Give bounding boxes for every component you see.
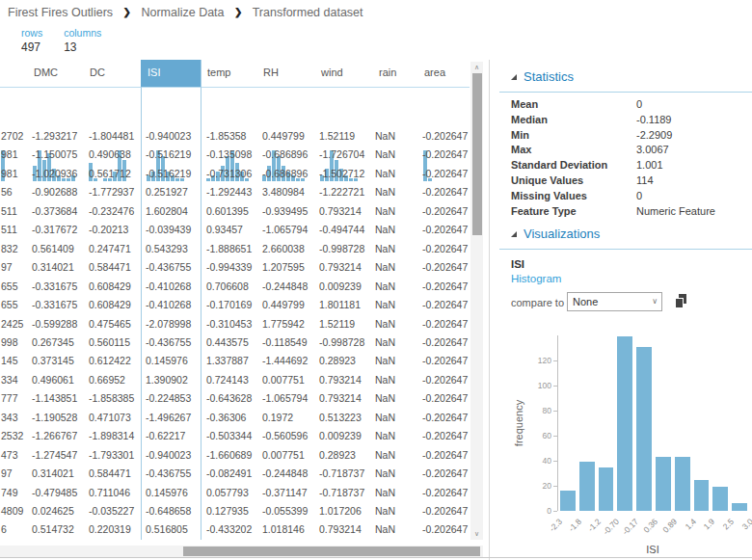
table-cell: NaN <box>375 318 395 330</box>
histogram-bar <box>560 491 576 511</box>
table-cell: NaN <box>375 523 395 535</box>
table-cell: -0.331675 <box>32 280 77 292</box>
statistic-label: Missing Values <box>511 190 587 201</box>
statistics-section-header[interactable]: Statistics <box>511 69 574 84</box>
table-cell: 0.475465 <box>89 318 131 330</box>
column-header-area[interactable]: area <box>417 60 470 87</box>
table-cell: 1.52119 <box>319 318 355 330</box>
table-cell: NaN <box>375 261 395 273</box>
collapse-triangle-icon <box>511 231 517 237</box>
x-axis-label: ISI <box>557 544 748 555</box>
breadcrumb-item-experiment[interactable]: Firest Fires Outliers <box>8 6 113 19</box>
table-cell: NaN <box>375 205 395 217</box>
table-cell: 0.514732 <box>32 523 74 535</box>
table-cell: -0.516219 <box>146 148 191 160</box>
table-cell: 343 <box>1 412 18 423</box>
table-cell: 0.314021 <box>32 261 74 273</box>
collapse-triangle-icon <box>511 74 517 80</box>
table-cell: 1.775942 <box>262 318 305 330</box>
table-cell: 0.373145 <box>32 355 74 366</box>
table-row: 777-1.143851-1.858385-0.224853-0.643628-… <box>0 389 470 408</box>
histogram-chart: frequency ISI 020406080100120-2.3-1.8-1.… <box>490 328 752 559</box>
table-cell: -1.85358 <box>206 130 246 142</box>
details-panel: Statistics Mean0Median-0.1189Min-2.2909M… <box>490 60 752 560</box>
table-cell: 3.480984 <box>262 186 305 198</box>
table-cell: -0.494744 <box>319 224 364 235</box>
table-cell: 0.314021 <box>32 467 74 479</box>
table-cell: -0.135098 <box>206 148 252 160</box>
table-cell: 0.706608 <box>206 280 249 292</box>
breadcrumb-separator-icon: ❯ <box>234 7 242 17</box>
table-cell: -0.118549 <box>262 336 308 348</box>
statistic-row: Unique Values114 <box>490 174 752 189</box>
table-row: 2702-1.293217-1.804481-0.940023-1.853580… <box>0 127 470 146</box>
statistic-row: Standard Deviation1.001 <box>490 159 752 173</box>
histogram-bar <box>694 480 710 512</box>
table-row: 2425-0.5992880.475465-2.078998-0.3104531… <box>0 315 470 333</box>
table-cell: 0.543293 <box>146 243 188 254</box>
statistic-row: Median-0.1189 <box>490 114 752 128</box>
table-cell: -0.998728 <box>319 243 364 254</box>
table-cell: -1.772937 <box>89 186 134 198</box>
table-cell: -0.479485 <box>32 487 77 498</box>
table-cell: -1.898314 <box>89 430 134 441</box>
table-cell: NaN <box>375 299 395 310</box>
y-tick-label: 60 <box>526 431 551 440</box>
vertical-scrollbar[interactable]: ∧ ∨ <box>470 62 483 540</box>
compare-to-select[interactable]: None ∨ <box>567 292 662 311</box>
table-cell: -1.660689 <box>206 449 252 461</box>
statistic-label: Unique Values <box>511 174 583 186</box>
table-cell: NaN <box>375 186 395 198</box>
table-cell: 0.608429 <box>89 299 131 310</box>
table-cell: -2.078998 <box>146 318 191 330</box>
histogram-link[interactable]: Histogram <box>511 273 561 284</box>
table-cell: 0.793214 <box>319 205 362 217</box>
column-header-rain[interactable]: rain <box>372 60 417 87</box>
table-cell: 832 <box>1 243 18 254</box>
table-cell: -0.436755 <box>146 467 191 479</box>
transformed-dataset-view: Firest Fires Outliers ❯ Normalize Data ❯… <box>0 0 752 560</box>
histogram-plot-area <box>557 335 748 511</box>
breadcrumb-item-module[interactable]: Normalize Data <box>141 6 224 19</box>
horizontal-scrollbar-thumb[interactable] <box>183 547 480 556</box>
copy-icon[interactable] <box>675 294 688 308</box>
table-cell: -0.503344 <box>206 430 252 441</box>
table-cell: 0.561409 <box>32 243 74 254</box>
table-cell: -0.202647 <box>422 523 468 535</box>
column-header-ISI[interactable]: ISI <box>141 60 201 87</box>
table-cell: -1.020936 <box>32 168 77 179</box>
vertical-scrollbar-thumb[interactable] <box>472 73 482 235</box>
table-row: 511-0.373684-0.2324761.6028040.601395-0.… <box>0 202 470 221</box>
column-header-DC[interactable]: DC <box>83 60 141 87</box>
breadcrumb-separator-icon: ❯ <box>123 7 131 17</box>
table-cell: 0.009239 <box>319 280 362 292</box>
column-header-RH[interactable]: RH <box>256 60 314 87</box>
column-header-DMC[interactable]: DMC <box>27 60 83 87</box>
table-cell: -0.082491 <box>206 467 252 479</box>
table-cell: 2702 <box>1 130 23 142</box>
table-cell: NaN <box>375 505 395 517</box>
horizontal-scrollbar[interactable] <box>0 546 483 557</box>
table-cell: -0.202647 <box>422 261 468 273</box>
table-cell: -0.202647 <box>422 224 468 235</box>
table-cell: -1.502712 <box>319 168 364 179</box>
visualizations-section-header[interactable]: Visualizations <box>511 227 600 241</box>
statistic-value: 114 <box>636 174 654 186</box>
table-cell: 0.28923 <box>319 449 356 461</box>
table-cell: 1.801181 <box>319 299 361 310</box>
scroll-down-icon[interactable]: ∨ <box>470 528 483 540</box>
table-cell: 334 <box>1 374 18 386</box>
statistic-row: Min-2.2909 <box>490 129 752 144</box>
scroll-up-icon[interactable]: ∧ <box>470 62 483 73</box>
column-header-clipped[interactable] <box>0 60 27 87</box>
table-cell: 0.516805 <box>146 523 188 535</box>
table-cell: 0.057793 <box>206 487 249 498</box>
dataset-dimensions: rows 497 columns 13 <box>21 27 101 54</box>
table-cell: -1.793301 <box>89 449 134 461</box>
statistics-heading: Statistics <box>524 69 574 84</box>
table-cell: -0.244848 <box>262 280 308 292</box>
column-header-wind[interactable]: wind <box>314 60 372 87</box>
table-cell: 0.490638 <box>89 148 131 160</box>
column-header-temp[interactable]: temp <box>201 60 256 87</box>
table-cell: -0.371147 <box>262 487 308 498</box>
